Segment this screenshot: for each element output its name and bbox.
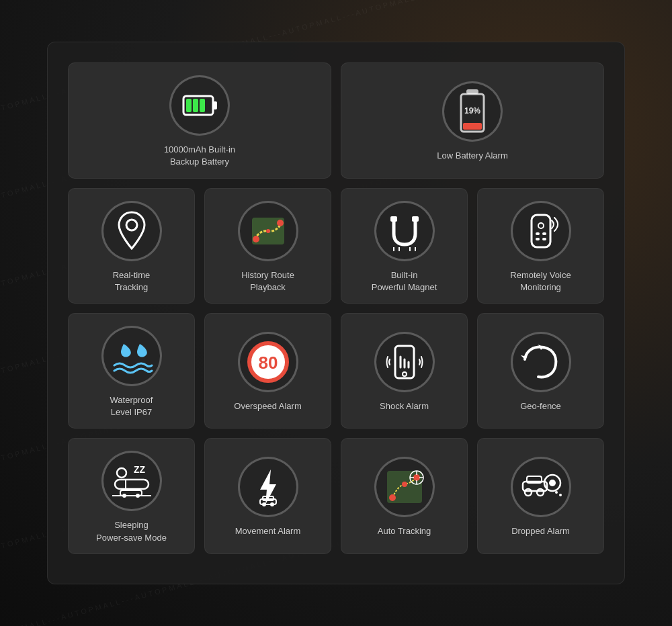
map-route-icon bbox=[247, 210, 290, 253]
svg-rect-4 bbox=[200, 99, 205, 112]
feature-low-battery: 19% Low Battery Alarm bbox=[341, 62, 604, 178]
sleep-mode-icon-circle: ZZ bbox=[101, 451, 162, 511]
magnet-icon bbox=[383, 210, 426, 253]
svg-point-40 bbox=[262, 502, 266, 506]
waterproof-label: Waterproof Level IP67 bbox=[110, 394, 153, 418]
geofence-icon-circle bbox=[511, 332, 571, 392]
svg-point-41 bbox=[270, 502, 274, 506]
feature-row-4: ZZ Sleeping Power-save Mode bbox=[68, 438, 604, 553]
svg-rect-24 bbox=[536, 238, 540, 240]
svg-rect-7 bbox=[463, 123, 482, 130]
svg-rect-1 bbox=[213, 101, 217, 109]
dropped-alarm-label: Dropped Alarm bbox=[511, 525, 570, 537]
svg-rect-25 bbox=[542, 238, 546, 240]
auto-tracking-icon bbox=[383, 465, 426, 508]
svg-text:19%: 19% bbox=[464, 106, 480, 116]
voice-monitor-icon-circle bbox=[511, 201, 571, 261]
feature-auto-tracking: Auto Tracking bbox=[341, 438, 468, 553]
history-route-label: History Route Playback bbox=[241, 269, 294, 294]
history-route-icon-circle bbox=[238, 201, 298, 261]
auto-tracking-icon-circle bbox=[374, 457, 435, 517]
svg-point-30 bbox=[403, 372, 407, 376]
svg-point-12 bbox=[277, 220, 284, 226]
feature-geofence: Geo-fence bbox=[477, 313, 604, 429]
low-battery-icon: 19% bbox=[456, 88, 489, 135]
speed-icon: 80 bbox=[247, 341, 290, 384]
location-pin-icon bbox=[114, 210, 150, 253]
feature-movement: Movement Alarm bbox=[204, 438, 331, 553]
sleep-icon: ZZ bbox=[110, 461, 154, 501]
feature-voice-monitor: Remotely Voice Monitoring bbox=[477, 188, 604, 304]
svg-point-58 bbox=[555, 491, 558, 494]
feature-battery-backup: 10000mAh Built-in Backup Battery bbox=[68, 62, 331, 178]
shock-icon bbox=[386, 341, 423, 384]
dropped-alarm-icon bbox=[519, 467, 563, 507]
svg-point-21 bbox=[538, 223, 544, 228]
svg-rect-2 bbox=[186, 99, 192, 112]
movement-icon-circle bbox=[238, 457, 298, 517]
svg-point-59 bbox=[559, 494, 562, 496]
svg-point-45 bbox=[402, 482, 407, 487]
waterproof-icon-circle bbox=[101, 326, 162, 386]
svg-text:80: 80 bbox=[258, 353, 278, 373]
feature-realtime-tracking: Real-time Tracking bbox=[68, 188, 195, 304]
svg-rect-15 bbox=[412, 216, 419, 222]
svg-point-11 bbox=[253, 236, 259, 242]
feature-dropped-alarm: Dropped Alarm bbox=[477, 438, 604, 553]
svg-point-46 bbox=[413, 474, 420, 481]
svg-rect-22 bbox=[536, 232, 540, 235]
magnet-label: Built-in Powerful Magnet bbox=[372, 269, 437, 294]
svg-rect-3 bbox=[193, 99, 198, 112]
low-battery-icon-circle: 19% bbox=[442, 81, 503, 142]
feature-waterproof: Waterproof Level IP67 bbox=[68, 313, 195, 429]
magnet-icon-circle bbox=[374, 201, 435, 261]
svg-point-9 bbox=[126, 220, 137, 230]
voice-monitor-label: Remotely Voice Monitoring bbox=[510, 269, 571, 294]
feature-overspeed: 80 Overspeed Alarm bbox=[204, 313, 331, 429]
movement-label: Movement Alarm bbox=[235, 525, 301, 537]
feature-history-route: History Route Playback bbox=[204, 188, 331, 304]
sleep-mode-label: Sleeping Power-save Mode bbox=[96, 519, 167, 543]
svg-point-37 bbox=[122, 494, 126, 498]
svg-text:ZZ: ZZ bbox=[134, 464, 146, 475]
feature-row-2: Real-time Tracking History Route Playbac… bbox=[68, 188, 604, 304]
svg-point-55 bbox=[537, 489, 544, 496]
shock-label: Shock Alarm bbox=[380, 400, 429, 412]
dropped-alarm-icon-circle bbox=[511, 457, 571, 517]
geofence-label: Geo-fence bbox=[520, 400, 561, 412]
feature-row-1: 10000mAh Built-in Backup Battery 19% Low… bbox=[68, 62, 604, 178]
svg-point-31 bbox=[117, 468, 126, 478]
svg-point-13 bbox=[266, 229, 270, 233]
water-icon bbox=[110, 336, 153, 376]
low-battery-label: Low Battery Alarm bbox=[437, 150, 508, 162]
features-container: 10000mAh Built-in Backup Battery 19% Low… bbox=[47, 42, 625, 584]
svg-rect-14 bbox=[390, 216, 397, 222]
battery-backup-label: 10000mAh Built-in Backup Battery bbox=[164, 144, 235, 168]
svg-point-57 bbox=[549, 480, 556, 486]
battery-full-icon bbox=[178, 84, 221, 127]
overspeed-icon-circle: 80 bbox=[238, 332, 298, 392]
svg-rect-23 bbox=[542, 232, 546, 235]
feature-sleep-mode: ZZ Sleeping Power-save Mode bbox=[68, 438, 195, 553]
svg-point-54 bbox=[525, 489, 532, 496]
auto-tracking-label: Auto Tracking bbox=[378, 525, 431, 537]
movement-icon bbox=[247, 465, 290, 508]
shock-icon-circle bbox=[374, 332, 435, 392]
realtime-tracking-icon-circle bbox=[101, 201, 162, 261]
battery-backup-icon-circle bbox=[169, 75, 230, 136]
overspeed-label: Overspeed Alarm bbox=[234, 400, 301, 412]
svg-point-38 bbox=[136, 494, 140, 498]
remote-voice-icon bbox=[521, 210, 561, 253]
svg-rect-32 bbox=[115, 480, 149, 489]
geo-fence-icon bbox=[519, 341, 562, 384]
realtime-tracking-label: Real-time Tracking bbox=[113, 269, 151, 294]
feature-shock: Shock Alarm bbox=[341, 313, 468, 429]
svg-point-44 bbox=[389, 494, 396, 501]
svg-rect-20 bbox=[532, 215, 550, 247]
feature-row-3: Waterproof Level IP67 80 Overspeed Alarm bbox=[68, 313, 604, 429]
feature-magnet: Built-in Powerful Magnet bbox=[341, 188, 468, 304]
